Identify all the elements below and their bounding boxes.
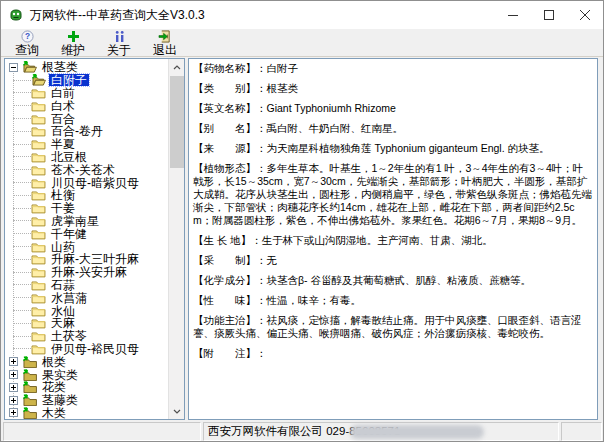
- tree-item[interactable]: 百合: [5, 112, 167, 125]
- tree-item[interactable]: 石蒜: [5, 279, 167, 292]
- tree-item[interactable]: 山药: [5, 240, 167, 253]
- tree-item-label: 天麻: [49, 317, 77, 329]
- category-folder-icon: [22, 369, 37, 381]
- folder-icon: [31, 343, 46, 355]
- folder-icon: [31, 125, 46, 137]
- field-note: 【附 注】：: [193, 347, 593, 360]
- folder-icon: [31, 138, 46, 150]
- minimize-button[interactable]: [495, 1, 531, 29]
- tree-item[interactable]: 水菖蒲: [5, 291, 167, 304]
- field-functions-indications: 【功能主治】：祛风痰，定惊搐，解毒散结止痛。用于中风痰壅、口眼歪斜、语言涩謇、痰…: [193, 314, 593, 340]
- tree-item-partial[interactable]: [5, 419, 167, 420]
- tree-item-label: 石蒜: [49, 279, 77, 291]
- open-category-folder-icon: [22, 61, 37, 73]
- tree-item[interactable]: 伊贝母-裕民贝母: [5, 343, 167, 356]
- tree-category-item[interactable]: 果实类: [5, 368, 167, 381]
- collapse-icon[interactable]: [9, 63, 18, 72]
- tree-category-item[interactable]: 根类: [5, 355, 167, 368]
- tree-scrollbar[interactable]: [168, 59, 184, 419]
- folder-icon: [31, 177, 46, 189]
- folder-icon: [31, 100, 46, 112]
- expand-icon[interactable]: [9, 396, 18, 405]
- tree-item-label: 山药: [49, 241, 77, 253]
- tree-item[interactable]: 升麻-大三叶升麻: [5, 253, 167, 266]
- tree-item-label: 白术: [49, 100, 77, 112]
- folder-icon: [31, 228, 46, 240]
- tree-item-label: 北豆根: [49, 151, 89, 163]
- exit-button[interactable]: 退出: [142, 29, 188, 56]
- tree-item[interactable]: 土茯苓: [5, 330, 167, 343]
- field-category: 【类 别】：根茎类: [193, 82, 593, 95]
- field-drug-name: 【药物名称】：白附子: [193, 62, 593, 75]
- maximize-icon: [544, 10, 554, 20]
- tree-item-selected[interactable]: 白附子: [5, 74, 167, 87]
- scroll-up-icon[interactable]: [169, 59, 185, 75]
- tree-item[interactable]: 白前: [5, 87, 167, 100]
- tree-item[interactable]: 川贝母-暗紫贝母: [5, 176, 167, 189]
- open-folder-icon: [31, 74, 46, 86]
- tree-root-genjinglei[interactable]: 根茎类: [5, 61, 167, 74]
- tree-item-label: 虎掌南星: [49, 215, 101, 227]
- minimize-icon: [508, 10, 518, 20]
- category-folder-icon: [22, 381, 37, 393]
- tree-item[interactable]: 升麻-兴安升麻: [5, 266, 167, 279]
- tree-category-label: 花类: [40, 381, 68, 393]
- tree-item-label: 白附子: [49, 74, 89, 86]
- svg-text:?: ?: [24, 31, 29, 41]
- tree-item-label: 百合-卷丹: [49, 125, 105, 137]
- query-button[interactable]: ? 查询: [4, 29, 50, 56]
- folder-icon: [31, 113, 46, 125]
- folder-icon: [31, 189, 46, 201]
- expand-icon[interactable]: [9, 357, 18, 366]
- tree-item[interactable]: 水仙: [5, 304, 167, 317]
- tree-category-label: 木类: [40, 407, 68, 419]
- maximize-button[interactable]: [531, 1, 567, 29]
- tree-item-label: 伊贝母-裕民贝母: [49, 343, 141, 355]
- folder-icon: [31, 266, 46, 278]
- close-button[interactable]: [567, 1, 603, 29]
- tree-item-label: 杜衡: [49, 189, 77, 201]
- tree-item-label: 升麻-大三叶升麻: [49, 253, 141, 265]
- folder-icon: [31, 330, 46, 342]
- tree-item-label: 土茯苓: [49, 330, 89, 342]
- tree-item[interactable]: 北豆根: [5, 151, 167, 164]
- folder-icon: [31, 241, 46, 253]
- tree-category-item[interactable]: 花类: [5, 381, 167, 394]
- maintain-button[interactable]: 维护: [50, 29, 96, 56]
- folder-icon: [31, 317, 46, 329]
- tree-item[interactable]: 虎掌南星: [5, 215, 167, 228]
- tree-category-item[interactable]: 茎藤类: [5, 394, 167, 407]
- tree-item[interactable]: 千年健: [5, 227, 167, 240]
- app-window: 万网软件--中草药查询大全V3.0.3 ? 查询 维护: [0, 0, 604, 442]
- category-folder-icon: [22, 407, 37, 419]
- tree-item[interactable]: 百合-卷丹: [5, 125, 167, 138]
- expand-icon[interactable]: [9, 383, 18, 392]
- tree-item[interactable]: 白术: [5, 99, 167, 112]
- folder-icon: [31, 164, 46, 176]
- tree-item[interactable]: 半夏: [5, 138, 167, 151]
- tree-item-label: 白前: [49, 87, 77, 99]
- field-plant-morphology: 【植物形态】：多年生草本。叶基生，1～2年生的有1 叶，3～4年生的有3～4叶；…: [193, 162, 593, 227]
- maintain-button-label: 维护: [61, 44, 85, 56]
- plus-add-icon: [67, 30, 80, 44]
- statusbar-section-right: [561, 422, 602, 441]
- tree-item[interactable]: 苍术-关苍术: [5, 163, 167, 176]
- category-tree: 根茎类 白附子 白前 白术 百合 百合-卷丹 半夏 北豆根 苍术-关苍术 川贝母…: [5, 61, 167, 420]
- expand-icon[interactable]: [9, 408, 18, 417]
- about-button[interactable]: 关于: [96, 29, 142, 56]
- scroll-down-icon[interactable]: [169, 403, 185, 419]
- caption-buttons: [495, 1, 603, 29]
- scrollbar-thumb[interactable]: [170, 76, 184, 168]
- tree-category-item[interactable]: 木类: [5, 407, 167, 420]
- herb-detail-panel: 【药物名称】：白附子 【类 别】：根茎类 【英文名称】：Giant Typhon…: [188, 58, 598, 420]
- tree-item[interactable]: 干姜: [5, 202, 167, 215]
- category-folder-icon: [22, 394, 37, 406]
- exit-door-icon: [158, 30, 172, 44]
- tree-item[interactable]: 杜衡: [5, 189, 167, 202]
- field-property-taste: 【性 味】：性温，味辛；有毒。: [193, 294, 593, 307]
- question-help-icon: ?: [21, 30, 34, 44]
- toolbar: ? 查询 维护 关于 退出: [1, 29, 603, 57]
- tree-item[interactable]: 天麻: [5, 317, 167, 330]
- expand-icon[interactable]: [9, 370, 18, 379]
- statusbar-section-left: [3, 422, 201, 441]
